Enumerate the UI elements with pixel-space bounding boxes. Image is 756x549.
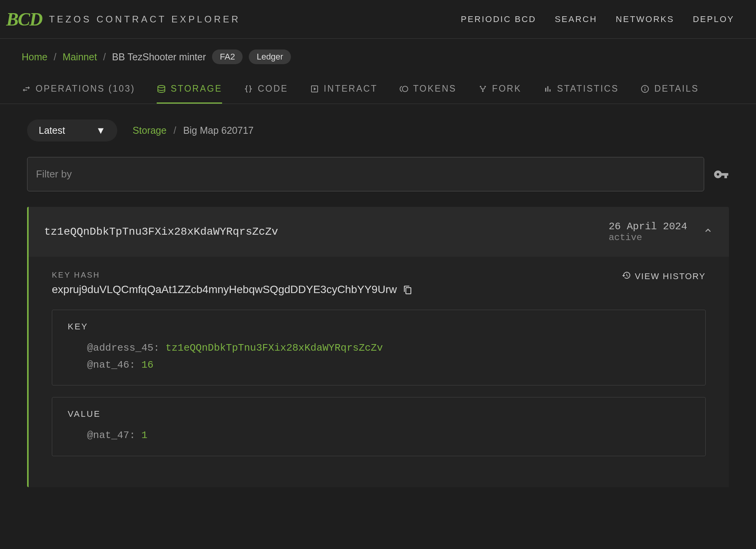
value-field-value: 1 (141, 430, 147, 441)
app-title: TEZOS CONTRACT EXPLORER (49, 14, 241, 25)
header-nav: PERIODIC BCD SEARCH NETWORKS DEPLOY (461, 14, 734, 24)
filter-input[interactable] (27, 157, 704, 191)
breadcrumb-network[interactable]: Mainnet (63, 51, 97, 63)
key-field-name: @address_45: (87, 342, 159, 354)
view-history-label: VIEW HISTORY (635, 271, 706, 281)
content: Latest ▼ Storage / Big Map 620717 tz1eQQ… (0, 104, 756, 503)
info-icon (640, 84, 650, 94)
filter-row (27, 157, 729, 191)
chip-ledger[interactable]: Ledger (249, 49, 291, 64)
tab-fork[interactable]: FORK (478, 75, 522, 104)
keyhash-text: expruj9duVLQCmfqQaAt1ZZcb4mnyHebqwSQgdDD… (52, 283, 397, 296)
tab-label: OPERATIONS (103) (36, 84, 135, 94)
breadcrumb-sep: / (173, 125, 176, 136)
tab-label: STATISTICS (557, 84, 619, 94)
chevron-up-icon (703, 225, 713, 239)
code-braces-icon (244, 84, 253, 94)
keyhash-label: KEY HASH (52, 271, 412, 280)
tab-label: CODE (258, 84, 288, 94)
caret-down-icon: ▼ (96, 125, 106, 136)
tab-label: TOKENS (413, 84, 457, 94)
toll-icon (399, 84, 409, 94)
chip-fa2[interactable]: FA2 (212, 49, 243, 64)
breadcrumb-sep: / (54, 51, 56, 63)
vpn-key-icon[interactable] (713, 167, 729, 182)
key-field-value: 16 (141, 359, 153, 371)
storage-breadcrumb: Storage / Big Map 620717 (133, 125, 254, 136)
breadcrumb-sep: / (103, 51, 106, 63)
key-field-name: @nat_46: (87, 359, 135, 371)
tab-label: FORK (492, 84, 522, 94)
tab-label: DETAILS (654, 84, 699, 94)
history-icon (622, 271, 631, 282)
nav-search[interactable]: SEARCH (555, 14, 597, 24)
tab-interact[interactable]: INTERACT (310, 75, 378, 104)
entry-meta: 26 April 2024 active (609, 221, 713, 243)
database-icon (157, 84, 166, 94)
entry-card-body: KEY HASH expruj9duVLQCmfqQaAt1ZZcb4mnyHe… (29, 257, 729, 487)
key-block-title: KEY (68, 322, 690, 332)
breadcrumb: Home / Mainnet / BB TezShooter minter FA… (0, 39, 756, 75)
entry-address: tz1eQQnDbkTpTnu3FXix28xKdaWYRqrsZcZv (44, 226, 278, 238)
entry-status: active (609, 232, 687, 243)
keyhash-value: expruj9duVLQCmfqQaAt1ZZcb4mnyHebqwSQgdDD… (52, 283, 412, 296)
key-row: @address_45: tz1eQQnDbkTpTnu3FXix28xKdaW… (68, 339, 690, 356)
key-field-value[interactable]: tz1eQQnDbkTpTnu3FXix28xKdaWYRqrsZcZv (166, 342, 383, 354)
swap-horiz-icon (22, 84, 31, 94)
value-block-title: VALUE (68, 409, 690, 419)
tab-operations[interactable]: OPERATIONS (103) (22, 75, 135, 104)
copy-icon[interactable] (403, 285, 412, 294)
latest-dropdown[interactable]: Latest ▼ (27, 119, 117, 142)
tab-tokens[interactable]: TOKENS (399, 75, 457, 104)
value-field-name: @nat_47: (87, 430, 135, 441)
value-row: @nat_47: 1 (68, 427, 690, 444)
entry-card: tz1eQQnDbkTpTnu3FXix28xKdaWYRqrsZcZv 26 … (27, 207, 729, 487)
tab-label: STORAGE (171, 84, 222, 94)
tabs: OPERATIONS (103) STORAGE CODE INTERACT T… (0, 75, 756, 104)
tab-label: INTERACT (324, 84, 378, 94)
nav-deploy[interactable]: DEPLOY (693, 14, 734, 24)
keyhash-row: KEY HASH expruj9duVLQCmfqQaAt1ZZcb4mnyHe… (52, 271, 706, 296)
nav-networks[interactable]: NETWORKS (616, 14, 674, 24)
header-left: BCD TEZOS CONTRACT EXPLORER (6, 9, 241, 30)
play-box-icon (310, 84, 319, 94)
bigmap-label: Big Map 620717 (183, 125, 253, 136)
content-top: Latest ▼ Storage / Big Map 620717 (27, 119, 729, 142)
breadcrumb-home[interactable]: Home (22, 51, 48, 63)
value-block: VALUE @nat_47: 1 (52, 397, 706, 456)
fork-icon (478, 84, 487, 94)
logo[interactable]: BCD (6, 9, 42, 30)
nav-periodic-bcd[interactable]: PERIODIC BCD (461, 14, 536, 24)
tab-code[interactable]: CODE (244, 75, 288, 104)
entry-card-header[interactable]: tz1eQQnDbkTpTnu3FXix28xKdaWYRqrsZcZv 26 … (29, 207, 729, 257)
tab-statistics[interactable]: STATISTICS (543, 75, 619, 104)
view-history-button[interactable]: VIEW HISTORY (622, 271, 706, 282)
dropdown-label: Latest (39, 125, 65, 136)
bar-chart-icon (543, 84, 552, 94)
storage-link[interactable]: Storage (133, 125, 167, 136)
key-block: KEY @address_45: tz1eQQnDbkTpTnu3FXix28x… (52, 310, 706, 385)
entry-date: 26 April 2024 (609, 221, 687, 232)
key-row: @nat_46: 16 (68, 356, 690, 373)
app-header: BCD TEZOS CONTRACT EXPLORER PERIODIC BCD… (0, 0, 756, 39)
tab-details[interactable]: DETAILS (640, 75, 699, 104)
tab-storage[interactable]: STORAGE (157, 75, 222, 104)
breadcrumb-contract: BB TezShooter minter (112, 51, 206, 63)
